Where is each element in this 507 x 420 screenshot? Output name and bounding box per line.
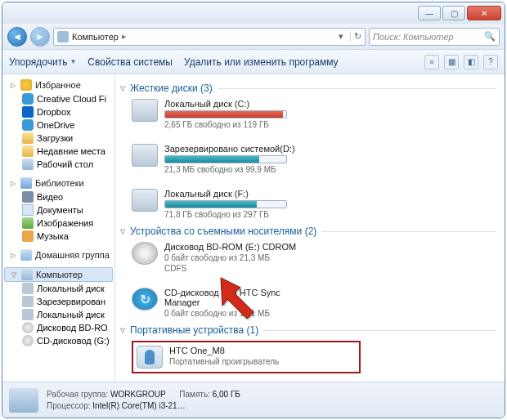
titlebar: — ▢ ✕ <box>2 2 505 24</box>
section-title: Устройства со съемными носителями (2) <box>130 226 316 237</box>
cpu-value: Intel(R) Core(TM) i3-21… <box>92 401 185 410</box>
sidebar-item-label: Домашняя группа <box>35 250 110 260</box>
device-name: HTC One_M8 <box>169 346 356 355</box>
sysprops-label: Свойства системы <box>87 56 173 68</box>
sidebar-item-creative-cloud[interactable]: Creative Cloud Fi <box>2 92 114 105</box>
sidebar-libraries-header[interactable]: ▷ Библиотеки <box>2 176 114 190</box>
drive-icon <box>22 283 34 294</box>
toolbar-more-button[interactable]: » <box>424 55 439 69</box>
picture-icon <box>22 217 34 229</box>
sidebar-computer-header[interactable]: ▽ Компьютер <box>4 267 113 282</box>
search-input[interactable]: Поиск: Компьютер 🔍 <box>369 28 500 46</box>
homegroup-icon <box>20 249 32 261</box>
section-hard-disks[interactable]: ▽ Жесткие диски (3) <box>120 83 496 94</box>
sidebar-homegroup-header[interactable]: ▷ Домашняя группа <box>2 248 114 262</box>
sidebar-item-recent[interactable]: Недавние места <box>2 145 114 158</box>
memory-value: 6,00 ГБ <box>213 390 240 399</box>
address-bar: ◄ ► Компьютер ▸ ▾ ↻ Поиск: Компьютер 🔍 <box>2 24 505 50</box>
section-title: Портативные устройства (1) <box>130 324 258 336</box>
sidebar-item-label: Dropbox <box>37 107 71 117</box>
memory-label: Память: <box>179 390 210 399</box>
uninstall-label: Удалить или изменить программу <box>184 56 339 68</box>
view-options-button[interactable]: ▦ <box>444 55 459 69</box>
sidebar-item-bdrom[interactable]: Дисковод BD-RO <box>2 321 114 334</box>
minimize-button[interactable]: — <box>418 6 441 20</box>
chevron-right-icon[interactable]: ▸ <box>122 31 127 42</box>
collapse-icon: ▷ <box>11 180 17 187</box>
sidebar-item-label: Недавние места <box>37 146 105 156</box>
star-icon <box>20 79 32 91</box>
video-icon <box>22 191 34 203</box>
chevron-down-icon: ▼ <box>70 58 76 65</box>
organize-menu[interactable]: Упорядочить ▼ <box>9 56 76 68</box>
refresh-button[interactable]: ↻ <box>350 31 361 42</box>
sidebar-item-drive-d[interactable]: Зарезервирован <box>2 295 114 308</box>
disc-icon <box>132 242 158 265</box>
breadcrumb[interactable]: Компьютер ▸ ▾ ↻ <box>53 28 366 46</box>
status-text: Рабочая группа: WORKGROUP Память: 6,00 Г… <box>47 389 240 412</box>
breadcrumb-item[interactable]: Компьютер <box>72 32 119 42</box>
drive-status: 0 байт свободно из 17,1 МБ <box>164 309 295 318</box>
sidebar-item-downloads[interactable]: Загрузки <box>2 132 114 145</box>
explorer-window: — ▢ ✕ ◄ ► Компьютер ▸ ▾ ↻ Поиск: Компьют… <box>2 2 505 418</box>
collapse-icon: ▽ <box>120 85 125 92</box>
expand-icon: ▽ <box>11 271 18 279</box>
drive-d[interactable]: Зарезервировано системой(D:) 21,3 МБ сво… <box>132 144 295 174</box>
sidebar-homegroup: ▷ Домашняя группа <box>2 248 114 262</box>
sync-icon: ↻ <box>132 288 158 311</box>
drive-f[interactable]: Локальный диск (F:) 71,8 ГБ свободно из … <box>132 189 320 219</box>
portable-device-icon <box>137 346 163 369</box>
sidebar-item-label: Музыка <box>37 231 69 241</box>
folder-icon <box>22 132 34 144</box>
sidebar-item-videos[interactable]: Видео <box>2 190 114 203</box>
sidebar-item-music[interactable]: Музыка <box>2 230 114 243</box>
search-placeholder: Поиск: Компьютер <box>373 32 454 42</box>
sidebar-item-drive-f[interactable]: Локальный диск <box>2 308 114 321</box>
forward-button[interactable]: ► <box>30 27 50 47</box>
sidebar-item-dropbox[interactable]: Dropbox <box>2 105 114 118</box>
folder-icon <box>22 145 34 157</box>
document-icon <box>22 204 34 216</box>
disc-icon <box>22 322 34 333</box>
sidebar-item-label: Локальный диск <box>37 310 105 319</box>
sidebar-item-documents[interactable]: Документы <box>2 203 114 217</box>
sidebar-item-label: Загрузки <box>37 133 73 143</box>
sidebar-item-drive-c[interactable]: Локальный диск <box>2 282 114 295</box>
help-button[interactable]: ? <box>483 55 498 69</box>
sidebar-item-desktop[interactable]: Рабочий стол <box>2 158 114 171</box>
capacity-bar <box>164 155 287 163</box>
uninstall-program-button[interactable]: Удалить или изменить программу <box>184 56 339 68</box>
drive-cdrom-htc[interactable]: ↻ CD-дисковод (G:) HTC Sync Manager 0 ба… <box>132 288 295 318</box>
music-icon <box>22 230 34 242</box>
preview-pane-button[interactable]: ◧ <box>464 55 478 69</box>
sidebar-item-label: Рабочий стол <box>37 159 93 169</box>
sidebar-item-label: CD-дисковод (G:) <box>37 336 110 346</box>
close-button[interactable]: ✕ <box>467 6 501 20</box>
cloud-icon <box>22 93 34 105</box>
cpu-label: Процессор: <box>47 401 91 410</box>
drive-bdrom[interactable]: Дисковод BD-ROM (E:) CDROM 0 байт свобод… <box>132 242 320 273</box>
maximize-button[interactable]: ▢ <box>442 6 465 20</box>
sidebar-item-cdrom[interactable]: CD-дисковод (G:) <box>2 334 114 347</box>
sidebar-item-label: OneDrive <box>37 120 74 130</box>
sidebar-favorites-header[interactable]: ▷ Избранное <box>2 78 114 92</box>
back-button[interactable]: ◄ <box>7 27 27 47</box>
device-type: Портативный проигрыватель <box>169 357 356 366</box>
sidebar-item-label: Дисковод BD-RO <box>37 323 108 333</box>
drive-c[interactable]: Локальный диск (C:) 2,65 ГБ свободно из … <box>132 99 320 129</box>
capacity-bar <box>164 200 287 208</box>
computer-icon <box>21 269 33 280</box>
section-removable[interactable]: ▽ Устройства со съемными носителями (2) <box>120 226 496 237</box>
device-htc-one-m8[interactable]: HTC One_M8 Портативный проигрыватель <box>132 341 361 373</box>
system-properties-button[interactable]: Свойства системы <box>87 56 173 68</box>
divider <box>321 231 496 232</box>
sidebar-item-label: Изображения <box>37 218 93 228</box>
sidebar-item-onedrive[interactable]: OneDrive <box>2 118 114 132</box>
sidebar-item-label: Библиотеки <box>35 178 84 188</box>
address-dropdown[interactable]: ▾ <box>335 31 347 42</box>
drive-status: 2,65 ГБ свободно из 119 ГБ <box>164 120 320 129</box>
section-portable[interactable]: ▽ Портативные устройства (1) <box>120 324 496 336</box>
drive-icon <box>22 309 34 320</box>
search-icon: 🔍 <box>484 31 496 42</box>
sidebar-item-pictures[interactable]: Изображения <box>2 217 114 230</box>
